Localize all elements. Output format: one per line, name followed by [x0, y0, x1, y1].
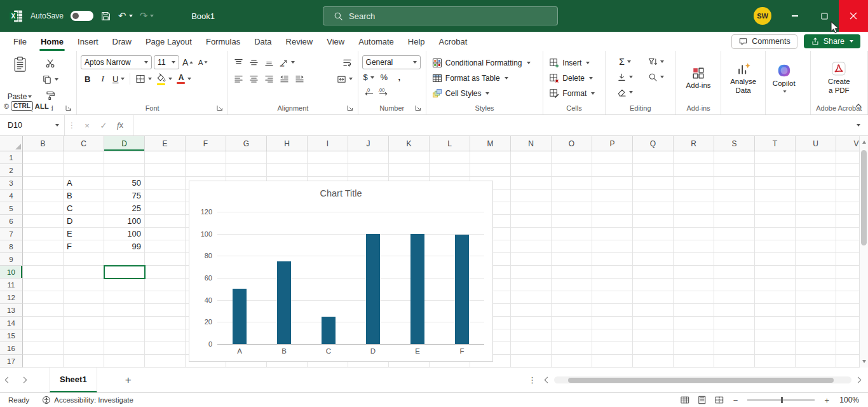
- cancel-entry-button[interactable]: ×: [79, 121, 95, 130]
- column-header-L[interactable]: L: [430, 136, 470, 151]
- bold-button[interactable]: B: [81, 72, 94, 86]
- cell-U2[interactable]: [796, 164, 836, 177]
- zoom-slider[interactable]: [747, 399, 815, 401]
- column-header-E[interactable]: E: [145, 136, 186, 151]
- cell-S15[interactable]: [714, 329, 755, 342]
- cell-T10[interactable]: [755, 266, 796, 279]
- cell-T9[interactable]: [755, 253, 796, 266]
- find-select-button[interactable]: [641, 71, 672, 84]
- cell-O7[interactable]: [552, 228, 592, 240]
- cell-D9[interactable]: [104, 253, 145, 266]
- search-box[interactable]: Search: [323, 6, 558, 25]
- cell-T5[interactable]: [755, 202, 796, 215]
- cell-R8[interactable]: [674, 240, 714, 253]
- row-header-17[interactable]: 17: [0, 355, 23, 368]
- cell-S6[interactable]: [714, 215, 755, 228]
- cell-C12[interactable]: [64, 291, 104, 304]
- cell-O3[interactable]: [552, 177, 592, 190]
- accounting-format-button[interactable]: $: [362, 71, 376, 84]
- cell-T15[interactable]: [755, 329, 796, 342]
- cell-T12[interactable]: [755, 291, 796, 304]
- cell-N17[interactable]: [511, 355, 552, 368]
- row-header-11[interactable]: 11: [0, 279, 23, 291]
- cell-N6[interactable]: [511, 215, 552, 228]
- cell-B17[interactable]: [23, 355, 64, 368]
- font-size-select[interactable]: 11: [154, 55, 179, 69]
- cell-S14[interactable]: [714, 317, 755, 329]
- cell-N4[interactable]: [511, 190, 552, 202]
- cell-D8[interactable]: 99: [104, 240, 145, 253]
- cell-R11[interactable]: [674, 279, 714, 291]
- cell-U14[interactable]: [796, 317, 836, 329]
- horizontal-scroll-thumb[interactable]: [568, 378, 834, 383]
- clipboard-dialog-launcher[interactable]: [65, 105, 72, 111]
- cell-Q13[interactable]: [633, 304, 674, 317]
- cell-Q4[interactable]: [633, 190, 674, 202]
- tab-draw[interactable]: Draw: [105, 32, 139, 51]
- sort-filter-button[interactable]: [641, 55, 672, 69]
- cell-U5[interactable]: [796, 202, 836, 215]
- cell-D10[interactable]: [104, 266, 145, 279]
- row-header-15[interactable]: 15: [0, 329, 23, 342]
- cell-U11[interactable]: [796, 279, 836, 291]
- cell-O17[interactable]: [552, 355, 592, 368]
- save-icon[interactable]: [100, 11, 111, 22]
- namebox-resize-handle[interactable]: ⋮: [65, 121, 79, 130]
- cell-L2[interactable]: [430, 164, 470, 177]
- autosave-toggle[interactable]: [71, 11, 93, 21]
- close-button[interactable]: [839, 0, 868, 32]
- increase-font-button[interactable]: A: [181, 56, 194, 69]
- cell-U8[interactable]: [796, 240, 836, 253]
- cell-U1[interactable]: [796, 151, 836, 164]
- cell-I2[interactable]: [308, 164, 348, 177]
- cell-R1[interactable]: [674, 151, 714, 164]
- page-break-view-button[interactable]: [715, 396, 724, 404]
- row-header-10[interactable]: 10: [0, 266, 23, 279]
- cell-S4[interactable]: [714, 190, 755, 202]
- cell-Q1[interactable]: [633, 151, 674, 164]
- cell-B5[interactable]: [23, 202, 64, 215]
- cell-T14[interactable]: [755, 317, 796, 329]
- cell-P3[interactable]: [592, 177, 633, 190]
- decrease-indent-button[interactable]: [278, 72, 291, 86]
- cell-E4[interactable]: [145, 190, 186, 202]
- cell-R15[interactable]: [674, 329, 714, 342]
- cell-Q2[interactable]: [633, 164, 674, 177]
- cell-Q9[interactable]: [633, 253, 674, 266]
- column-header-S[interactable]: S: [714, 136, 755, 151]
- conditional-formatting-button[interactable]: Conditional Formatting: [430, 56, 539, 70]
- cell-N3[interactable]: [511, 177, 552, 190]
- row-header-9[interactable]: 9: [0, 253, 23, 266]
- row-header-1[interactable]: 1: [0, 151, 23, 164]
- cell-B1[interactable]: [23, 151, 64, 164]
- cell-U3[interactable]: [796, 177, 836, 190]
- cell-N15[interactable]: [511, 329, 552, 342]
- column-header-K[interactable]: K: [389, 136, 430, 151]
- row-header-4[interactable]: 4: [0, 190, 23, 202]
- cell-B16[interactable]: [23, 342, 64, 355]
- confirm-entry-button[interactable]: ✓: [95, 121, 112, 130]
- cell-D2[interactable]: [104, 164, 145, 177]
- cell-D14[interactable]: [104, 317, 145, 329]
- cell-C17[interactable]: [64, 355, 104, 368]
- cell-C6[interactable]: D: [64, 215, 104, 228]
- tab-home[interactable]: Home: [34, 32, 71, 51]
- cell-N5[interactable]: [511, 202, 552, 215]
- cell-N9[interactable]: [511, 253, 552, 266]
- italic-button[interactable]: I: [96, 72, 109, 86]
- cell-P12[interactable]: [592, 291, 633, 304]
- zoom-in-button[interactable]: +: [823, 396, 831, 405]
- cell-O1[interactable]: [552, 151, 592, 164]
- expand-formula-bar-button[interactable]: [848, 124, 868, 127]
- tab-data[interactable]: Data: [247, 32, 278, 51]
- cell-S8[interactable]: [714, 240, 755, 253]
- cell-E2[interactable]: [145, 164, 186, 177]
- cell-S10[interactable]: [714, 266, 755, 279]
- align-middle-button[interactable]: [247, 56, 261, 69]
- cell-N13[interactable]: [511, 304, 552, 317]
- cell-C9[interactable]: [64, 253, 104, 266]
- cell-C4[interactable]: B: [64, 190, 104, 202]
- cell-N14[interactable]: [511, 317, 552, 329]
- cell-O14[interactable]: [552, 317, 592, 329]
- cell-B14[interactable]: [23, 317, 64, 329]
